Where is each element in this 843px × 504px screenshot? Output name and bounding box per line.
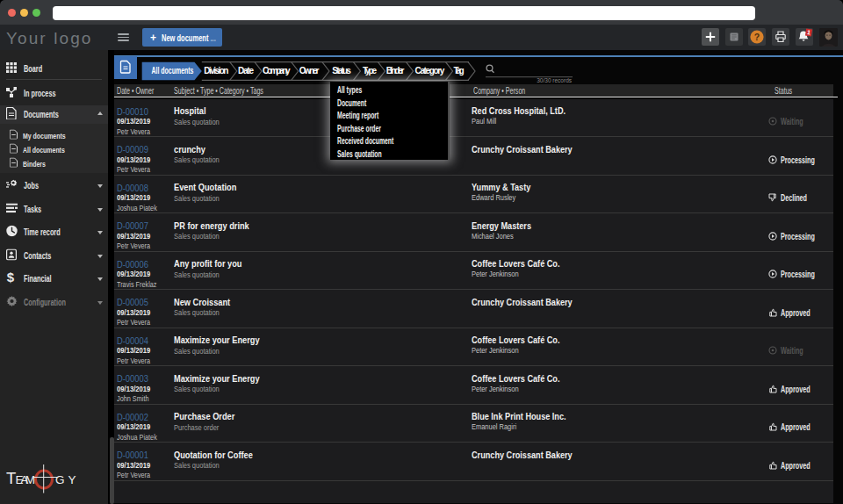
svg-text:All documents: All documents bbox=[152, 65, 194, 76]
svg-text:Date: Date bbox=[238, 66, 254, 76]
svg-text:GY: GY bbox=[55, 473, 76, 486]
svg-text:Division: Division bbox=[204, 66, 228, 76]
svg-text:Type: Type bbox=[363, 66, 378, 76]
svg-text:$: $ bbox=[7, 271, 15, 284]
svg-text:Category: Category bbox=[415, 66, 445, 76]
svg-text:Tag: Tag bbox=[454, 66, 465, 76]
svg-text:30/30 records: 30/30 records bbox=[537, 77, 572, 83]
svg-text:?: ? bbox=[754, 32, 760, 42]
svg-text:Owner: Owner bbox=[299, 66, 320, 76]
svg-text:Binder: Binder bbox=[386, 66, 405, 76]
svg-text:Status: Status bbox=[332, 66, 351, 76]
svg-text:Company: Company bbox=[263, 66, 291, 76]
svg-text:EAM: EAM bbox=[16, 473, 36, 486]
